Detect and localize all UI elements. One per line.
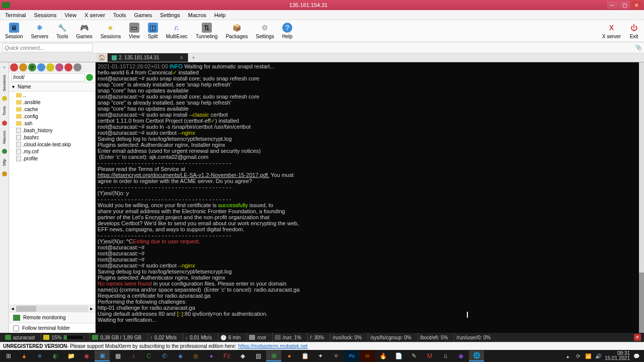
- rail-tools[interactable]: Tools: [2, 104, 7, 118]
- tree-item[interactable]: .profile: [9, 155, 95, 162]
- menu-macros[interactable]: Macros: [185, 11, 209, 19]
- tool-multiexec[interactable]: ⎌MultiExec: [165, 22, 189, 40]
- rail-macros[interactable]: Macros: [2, 129, 7, 146]
- tool-sessions[interactable]: ★Sessions: [100, 22, 122, 40]
- sftp-btn-1[interactable]: [10, 63, 18, 71]
- task-chrome[interactable]: 🌐: [469, 350, 484, 361]
- tool-exit[interactable]: ⏻Exit: [628, 22, 640, 40]
- menu-xserver[interactable]: X server: [82, 11, 108, 19]
- tree-item[interactable]: .ssh: [9, 120, 95, 127]
- task-app15[interactable]: ✧: [329, 350, 344, 361]
- pin-icon[interactable]: 📎: [635, 44, 642, 51]
- task-app1[interactable]: ◐: [48, 350, 63, 361]
- sftp-btn-2[interactable]: [19, 63, 27, 71]
- follow-terminal-checkbox[interactable]: [13, 325, 19, 331]
- start-button[interactable]: ⊞: [1, 350, 16, 361]
- task-app6[interactable]: ✆: [157, 350, 172, 361]
- task-edge[interactable]: e: [32, 350, 47, 361]
- tree-item[interactable]: .bashrc: [9, 134, 95, 141]
- sftp-btn-5[interactable]: [46, 63, 54, 71]
- task-explorer[interactable]: 📁: [63, 350, 78, 361]
- tool-split[interactable]: ◫Split: [147, 22, 159, 40]
- tool-tools[interactable]: 🔧Tools: [55, 22, 69, 40]
- tool-help[interactable]: ?Help: [281, 22, 294, 40]
- task-vmware[interactable]: ▣: [95, 350, 110, 361]
- task-app14[interactable]: ✦: [313, 350, 328, 361]
- menu-help[interactable]: Help: [211, 11, 229, 19]
- sftp-refresh[interactable]: ⟳: [28, 63, 36, 71]
- task-ps[interactable]: Ps: [344, 350, 359, 361]
- task-mobaxterm[interactable]: ▣: [266, 350, 281, 361]
- tool-session[interactable]: 🖥Session: [4, 22, 24, 40]
- task-vlc[interactable]: ▲: [17, 350, 32, 361]
- menu-view[interactable]: View: [61, 11, 79, 19]
- tray-sync-icon[interactable]: ⟳: [575, 352, 582, 359]
- task-app12[interactable]: ●: [282, 350, 297, 361]
- task-app4[interactable]: ♪: [126, 350, 141, 361]
- tool-packages[interactable]: 📦Packages: [225, 22, 249, 40]
- tab-session[interactable]: 2. 135.181.154.31 ✕: [108, 53, 188, 62]
- task-filezilla[interactable]: Fz: [219, 350, 234, 361]
- menu-terminal[interactable]: Terminal: [2, 11, 29, 19]
- task-app19[interactable]: ◉: [453, 350, 468, 361]
- task-firefox[interactable]: 🔥: [375, 350, 390, 361]
- task-app13[interactable]: 📋: [297, 350, 312, 361]
- remote-monitoring-toggle[interactable]: Remote monitoring: [9, 312, 95, 323]
- task-app16[interactable]: 📄: [391, 350, 406, 361]
- sftp-btn-6[interactable]: [55, 63, 63, 71]
- tree-item[interactable]: .cache: [9, 106, 95, 113]
- tray-notifications-icon[interactable]: 💬: [633, 352, 640, 359]
- tree-item[interactable]: .cloud-locale-test.skip: [9, 141, 95, 148]
- task-ai[interactable]: Ai: [360, 350, 375, 361]
- task-app9[interactable]: ●: [204, 350, 219, 361]
- menu-sessions[interactable]: Sessions: [31, 11, 60, 19]
- task-app10[interactable]: ◆: [235, 350, 250, 361]
- task-app11[interactable]: ▨: [251, 350, 266, 361]
- tab-home[interactable]: 🏠: [97, 53, 108, 62]
- task-app7[interactable]: ◈: [173, 350, 188, 361]
- tree-item[interactable]: .my.cnf: [9, 148, 95, 155]
- task-app2[interactable]: ◉: [79, 350, 94, 361]
- sftp-hscroll[interactable]: ◄ ►: [9, 305, 95, 312]
- task-app8[interactable]: ◎: [188, 350, 203, 361]
- tool-view[interactable]: ▭View: [128, 22, 141, 40]
- task-app3[interactable]: ▦: [110, 350, 125, 361]
- scroll-left-icon[interactable]: ◄: [9, 306, 16, 311]
- tray-network-icon[interactable]: 📶: [585, 352, 592, 359]
- quick-connect-input[interactable]: [2, 43, 93, 52]
- tree-item[interactable]: .bash_history: [9, 127, 95, 134]
- tool-tunneling[interactable]: ⇅Tunneling: [195, 22, 219, 40]
- terminal[interactable]: 2021-01-15T12:26:02+01:00 INFO Waiting f…: [96, 62, 644, 333]
- rail-collapse-icon[interactable]: «: [3, 64, 6, 70]
- task-app18[interactable]: ♫: [438, 350, 453, 361]
- tool-settings[interactable]: ⚙Settings: [255, 22, 275, 40]
- sftp-path-input[interactable]: [11, 73, 85, 81]
- minimize-button[interactable]: ─: [607, 1, 618, 9]
- tab-close-icon[interactable]: ✕: [180, 55, 184, 60]
- tool-xserver[interactable]: XX server: [601, 22, 622, 40]
- footer-link[interactable]: https://mobaxterm.mobatek.net: [238, 343, 308, 349]
- task-app17[interactable]: ✎: [407, 350, 422, 361]
- statusbar-close[interactable]: ✕: [634, 334, 641, 341]
- tool-games[interactable]: 🎮Games: [75, 22, 93, 40]
- menu-settings[interactable]: Settings: [157, 11, 183, 19]
- close-button[interactable]: ✕: [631, 1, 642, 9]
- menu-tools[interactable]: Tools: [110, 11, 129, 19]
- tool-servers[interactable]: ✱Servers: [30, 22, 49, 40]
- terminal-scrollbar[interactable]: [639, 62, 644, 333]
- tree-item[interactable]: ..: [9, 92, 95, 99]
- sftp-header[interactable]: ▾Name: [9, 82, 95, 92]
- scroll-thumb[interactable]: [16, 306, 36, 312]
- maximize-button[interactable]: ▢: [619, 1, 630, 9]
- task-gmail[interactable]: M: [422, 350, 437, 361]
- tray-volume-icon[interactable]: 🔊: [595, 352, 602, 359]
- terminal-scroll-thumb[interactable]: [639, 273, 644, 333]
- rail-sessions[interactable]: Sessions: [2, 73, 7, 93]
- sftp-btn-8[interactable]: [73, 63, 82, 71]
- scroll-right-icon[interactable]: ►: [88, 306, 95, 311]
- menu-games[interactable]: Games: [131, 11, 155, 19]
- tray-clock[interactable]: 08:31 15.01.2021: [605, 351, 630, 361]
- rail-sftp[interactable]: Sftp: [2, 157, 7, 168]
- task-app5[interactable]: C: [141, 350, 156, 361]
- tab-add[interactable]: ＋: [188, 53, 198, 62]
